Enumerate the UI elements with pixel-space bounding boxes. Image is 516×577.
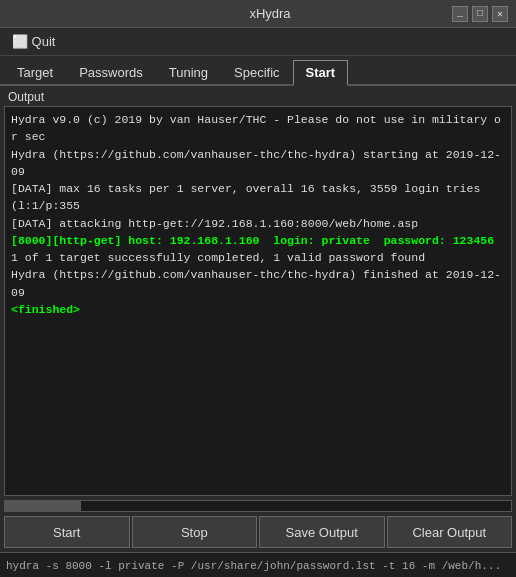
title-bar: xHydra _ □ ✕ [0,0,516,28]
quit-menu-item[interactable]: ⬜ Quit [4,30,63,53]
bottom-buttons: Start Stop Save Output Clear Output [4,516,512,548]
progress-bar-container [4,500,512,512]
tab-tuning[interactable]: Tuning [156,60,221,84]
output-line: Hydra (https://github.com/vanhauser-thc/… [11,266,505,301]
output-line: [8000][http-get] host: 192.168.1.160 log… [11,232,505,249]
output-line: Hydra v9.0 (c) 2019 by van Hauser/THC - … [11,111,505,146]
nav-tabs: Target Passwords Tuning Specific Start [0,56,516,86]
menu-bar: ⬜ Quit [0,28,516,56]
clear-output-button[interactable]: Clear Output [387,516,513,548]
window-title: xHydra [88,6,452,21]
tab-specific[interactable]: Specific [221,60,293,84]
status-text: hydra -s 8000 -l private -P /usr/share/j… [6,560,501,572]
start-button[interactable]: Start [4,516,130,548]
progress-bar-fill [5,501,81,511]
maximize-button[interactable]: □ [472,6,488,22]
output-line: 1 of 1 target successfully completed, 1 … [11,249,505,266]
output-line: [DATA] max 16 tasks per 1 server, overal… [11,180,505,215]
tab-passwords[interactable]: Passwords [66,60,156,84]
output-area: Hydra v9.0 (c) 2019 by van Hauser/THC - … [4,106,512,496]
output-line: [DATA] attacking http-get://192.168.1.16… [11,215,505,232]
tab-target[interactable]: Target [4,60,66,84]
title-bar-controls: _ □ ✕ [452,6,508,22]
output-line: <finished> [11,301,505,318]
status-bar: hydra -s 8000 -l private -P /usr/share/j… [0,552,516,577]
close-button[interactable]: ✕ [492,6,508,22]
minimize-button[interactable]: _ [452,6,468,22]
save-output-button[interactable]: Save Output [259,516,385,548]
output-line: Hydra (https://github.com/vanhauser-thc/… [11,146,505,181]
tab-start[interactable]: Start [293,60,349,86]
output-label: Output [0,86,516,106]
stop-button[interactable]: Stop [132,516,258,548]
